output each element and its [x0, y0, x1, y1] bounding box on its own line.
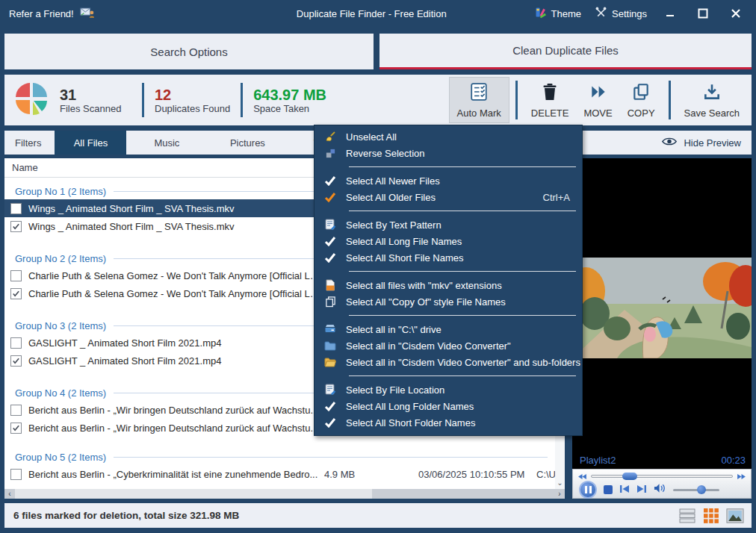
player-controls	[572, 469, 752, 499]
menu-item[interactable]: Select By Text Pattern	[315, 216, 582, 233]
stat-divider	[142, 83, 144, 117]
menu-item[interactable]: Select all in "Cisdem Video Converter"	[315, 337, 582, 354]
auto-mark-menu: Unselect AllReverse SelectionSelect All …	[314, 125, 583, 436]
filter-tab-pictures[interactable]: Pictures	[207, 131, 288, 155]
menu-item-label: Reverse Selection	[346, 148, 425, 159]
stat-divider	[241, 83, 243, 117]
menu-item[interactable]: Select All Older FilesCtrl+A	[315, 189, 582, 205]
video-preview[interactable]	[572, 258, 752, 358]
seek-thumb[interactable]	[622, 473, 637, 480]
checkbox-unchecked[interactable]	[10, 469, 22, 480]
volume-thumb[interactable]	[697, 485, 706, 494]
menu-separator	[349, 315, 576, 316]
save-search-button[interactable]: Save Search	[677, 77, 747, 123]
check-white-icon	[323, 417, 337, 428]
menu-separator	[349, 271, 576, 272]
menu-item[interactable]: Select All Short File Names	[315, 249, 582, 266]
volume-slider[interactable]	[673, 489, 719, 491]
checkbox-checked[interactable]	[10, 221, 22, 232]
filter-tab-music[interactable]: Music	[126, 131, 207, 155]
pie-chart-icon	[13, 81, 49, 119]
checkbox-checked[interactable]	[10, 423, 22, 434]
save-search-icon	[702, 82, 722, 104]
copy-button[interactable]: COPY	[620, 77, 663, 123]
next-track-icon[interactable]	[636, 483, 647, 496]
scroll-left-icon[interactable]: ‹	[4, 489, 15, 499]
folder-yellow-icon	[323, 357, 337, 367]
group-label: Group No 3 (2 Items)	[15, 320, 106, 331]
maximize-button[interactable]	[693, 5, 713, 22]
pause-button[interactable]	[579, 481, 597, 499]
checkbox-unchecked[interactable]	[10, 203, 22, 214]
filter-tab-all-files[interactable]: All Files	[55, 131, 126, 155]
menu-item[interactable]: Select all in "C:\" drive	[315, 321, 582, 337]
volume-icon[interactable]	[654, 483, 666, 496]
status-bar: 6 files marked for deletion, total size …	[4, 503, 752, 528]
check-white-icon	[323, 252, 337, 263]
previous-track-icon[interactable]	[619, 483, 630, 496]
group-label: Group No 1 (2 Items)	[15, 186, 106, 197]
hide-preview-button[interactable]: Hide Preview	[661, 136, 752, 149]
menu-item[interactable]: Select all files with "mkv" extensions	[315, 277, 582, 293]
playlist-name[interactable]: Playlist2	[572, 455, 616, 466]
delete-button[interactable]: DELETE	[524, 77, 577, 123]
check-white-icon	[323, 236, 337, 246]
file-mkv-icon	[323, 279, 337, 291]
menu-item[interactable]: Select All Long File Names	[315, 233, 582, 249]
move-button[interactable]: MOVE	[576, 77, 619, 123]
checkbox-checked[interactable]	[10, 355, 22, 367]
checkbox-unchecked[interactable]	[10, 270, 22, 281]
menu-item[interactable]: Select All Newer Files	[315, 172, 582, 189]
refer-a-friend-icon[interactable]	[80, 6, 95, 21]
duplicates-found-label: Duplicates Found	[155, 103, 230, 114]
menu-item[interactable]: Select All "Copy Of" style File Names	[315, 293, 582, 310]
filters-label: Filters	[4, 137, 55, 149]
checkbox-checked[interactable]	[10, 288, 22, 299]
file-row[interactable]: Bericht aus Berlin - „Cyberkriminalität …	[4, 465, 555, 483]
menu-item[interactable]: Select By File Location	[315, 381, 582, 398]
stop-button[interactable]	[604, 485, 613, 494]
settings-button[interactable]: Settings	[595, 6, 647, 21]
close-button[interactable]	[726, 5, 746, 22]
column-name[interactable]: Name	[12, 162, 38, 173]
seek-forward-icon[interactable]	[737, 470, 746, 483]
toolbar-divider	[515, 81, 518, 119]
checkbox-unchecked[interactable]	[10, 405, 22, 416]
folder-blue-icon	[323, 340, 337, 351]
seek-slider[interactable]	[591, 475, 733, 478]
minimize-button[interactable]	[660, 5, 680, 22]
scroll-right-icon[interactable]: ›	[554, 489, 565, 499]
checkbox-unchecked[interactable]	[10, 337, 22, 349]
group-divider	[114, 457, 548, 458]
scrollbar-thumb[interactable]	[15, 489, 372, 499]
check-white-icon	[323, 175, 337, 186]
menu-item-label: Select By File Location	[346, 384, 444, 396]
menu-item[interactable]: Unselect All	[315, 128, 582, 145]
duplicates-found-value: 12	[155, 87, 230, 103]
stat-space-taken: 643.97 MB Space Taken	[253, 87, 337, 114]
horizontal-scrollbar[interactable]: ‹ ›	[4, 489, 565, 499]
hide-preview-label: Hide Preview	[684, 137, 741, 149]
tab-clean-duplicate-files[interactable]: Clean Duplicate Files	[379, 34, 752, 69]
group-label: Group No 2 (2 Items)	[15, 253, 106, 264]
broom-icon	[323, 131, 337, 143]
menu-item[interactable]: Select all in "Cisdem Video Converter" a…	[315, 354, 582, 370]
file-size: 4.9 MB	[320, 469, 418, 480]
toolbar-divider	[669, 81, 671, 119]
menu-item[interactable]: Select All Long Folder Names	[315, 398, 582, 414]
menu-separator	[349, 375, 576, 376]
menu-item-label: Select By Text Pattern	[346, 219, 441, 231]
menu-item[interactable]: Select All Short Folder Names	[315, 414, 582, 431]
refer-a-friend-link[interactable]: Refer a Friend!	[9, 8, 74, 19]
menu-item-shortcut: Ctrl+A	[543, 192, 570, 203]
menu-item[interactable]: Reverse Selection	[315, 145, 582, 161]
grid-view-icon[interactable]	[702, 507, 720, 525]
move-icon	[589, 82, 608, 104]
image-view-icon[interactable]	[726, 507, 744, 525]
theme-button[interactable]: Theme	[534, 6, 581, 21]
auto-mark-button[interactable]: Auto Mark	[449, 77, 509, 123]
stat-files-scanned: 31 Files Scanned	[60, 87, 142, 114]
list-view-icon[interactable]	[678, 507, 696, 525]
scroll-down-icon[interactable]: ⌄	[555, 479, 565, 487]
tab-search-options[interactable]: Search Options	[4, 34, 374, 69]
